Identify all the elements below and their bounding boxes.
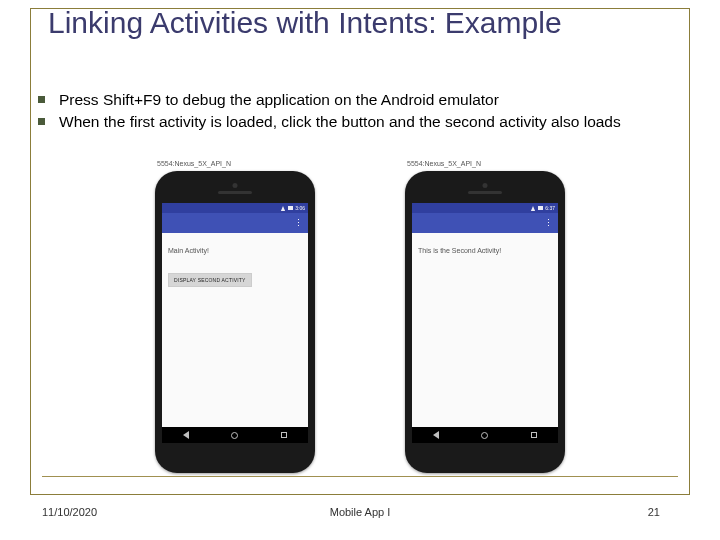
- phone-screen: 3:06 ⋮ Main Activity! DISPLAY SECOND ACT…: [162, 203, 308, 443]
- status-bar: 6:37: [412, 203, 558, 213]
- overflow-icon: ⋮: [544, 219, 553, 228]
- camera-dot: [233, 183, 238, 188]
- app-bar: ⋮: [162, 213, 308, 233]
- home-icon[interactable]: [231, 432, 238, 439]
- activity-content: This is the Second Activity!: [412, 233, 558, 274]
- back-icon[interactable]: [183, 431, 189, 439]
- battery-icon: [538, 206, 543, 210]
- bullet-marker: [38, 96, 45, 103]
- activity-content: Main Activity! DISPLAY SECOND ACTIVITY: [162, 233, 308, 293]
- footer-center: Mobile App I: [0, 506, 720, 518]
- status-bar: 3:06: [162, 203, 308, 213]
- bullet-text: Press Shift+F9 to debug the application …: [59, 90, 499, 110]
- phones-row: 5554:Nexus_5X_API_N 3:06 ⋮ Main Activity…: [0, 160, 720, 473]
- bullet-text: When the first activity is loaded, click…: [59, 112, 621, 132]
- emulator-frame-2: 5554:Nexus_5X_API_N 6:37 ⋮ This is the S…: [405, 160, 565, 473]
- page-number: 21: [648, 506, 660, 518]
- camera-dot: [483, 183, 488, 188]
- phone-body: 3:06 ⋮ Main Activity! DISPLAY SECOND ACT…: [155, 171, 315, 473]
- speaker-slit: [218, 191, 252, 194]
- bullet-marker: [38, 118, 45, 125]
- bullet-list: Press Shift+F9 to debug the application …: [38, 90, 695, 134]
- activity-title: Main Activity!: [168, 247, 302, 254]
- recent-icon[interactable]: [531, 432, 537, 438]
- home-icon[interactable]: [481, 432, 488, 439]
- back-icon[interactable]: [433, 431, 439, 439]
- emulator-label: 5554:Nexus_5X_API_N: [157, 160, 231, 167]
- battery-icon: [288, 206, 293, 210]
- emulator-label: 5554:Nexus_5X_API_N: [407, 160, 481, 167]
- recent-icon[interactable]: [281, 432, 287, 438]
- signal-icon: [531, 206, 535, 211]
- status-time: 6:37: [545, 205, 555, 211]
- app-bar: ⋮: [412, 213, 558, 233]
- overflow-icon: ⋮: [294, 219, 303, 228]
- status-time: 3:06: [295, 205, 305, 211]
- phone-body: 6:37 ⋮ This is the Second Activity!: [405, 171, 565, 473]
- slide-title: Linking Activities with Intents: Example: [48, 6, 672, 41]
- footer-divider: [42, 476, 678, 477]
- nav-bar: [412, 427, 558, 443]
- signal-icon: [281, 206, 285, 211]
- activity-title: This is the Second Activity!: [418, 247, 552, 254]
- bullet-item: When the first activity is loaded, click…: [38, 112, 695, 132]
- phone-screen: 6:37 ⋮ This is the Second Activity!: [412, 203, 558, 443]
- display-second-activity-button[interactable]: DISPLAY SECOND ACTIVITY: [168, 273, 252, 287]
- bullet-item: Press Shift+F9 to debug the application …: [38, 90, 695, 110]
- speaker-slit: [468, 191, 502, 194]
- nav-bar: [162, 427, 308, 443]
- emulator-frame-1: 5554:Nexus_5X_API_N 3:06 ⋮ Main Activity…: [155, 160, 315, 473]
